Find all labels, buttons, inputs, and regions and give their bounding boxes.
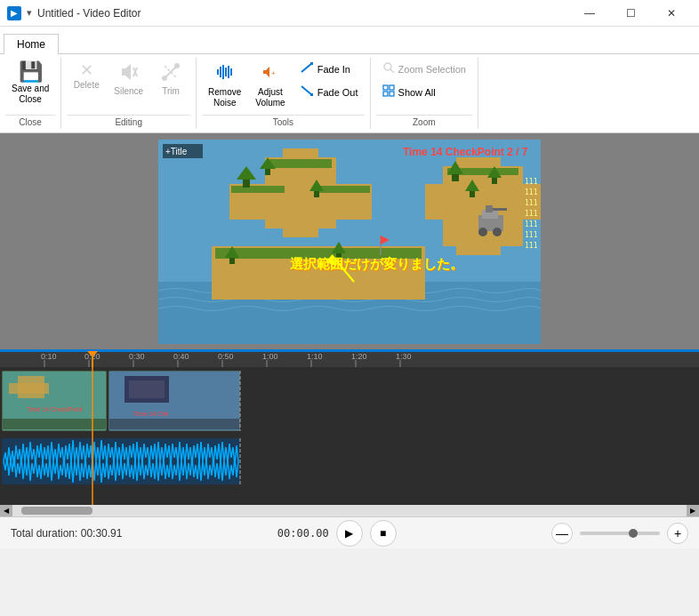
volume-minus-button[interactable]: — bbox=[551, 523, 573, 544]
tab-home[interactable]: Home bbox=[4, 34, 59, 54]
zoom-selection-icon bbox=[382, 61, 395, 76]
playback-controls: 00:00.00 ▶ ■ bbox=[277, 520, 397, 547]
save-close-label: Save andClose bbox=[12, 84, 49, 105]
close-group-label: Close bbox=[5, 115, 55, 129]
trim-label: Trim bbox=[162, 86, 180, 97]
svg-rect-0 bbox=[122, 68, 125, 76]
scroll-right-button[interactable]: ▶ bbox=[687, 505, 699, 516]
svg-rect-10 bbox=[222, 65, 224, 79]
show-all-icon bbox=[382, 84, 395, 100]
svg-text:1:20: 1:20 bbox=[351, 352, 367, 361]
app-icon: ▶ bbox=[7, 6, 21, 20]
scroll-thumb[interactable] bbox=[21, 507, 92, 515]
delete-icon: ✕ bbox=[80, 62, 93, 78]
fade-in-label: Fade In bbox=[317, 64, 350, 75]
show-all-label: Show All bbox=[398, 87, 436, 98]
svg-marker-15 bbox=[266, 67, 269, 77]
maximize-button[interactable]: ☐ bbox=[610, 0, 651, 27]
volume-plus-button[interactable]: + bbox=[667, 523, 688, 544]
volume-thumb[interactable] bbox=[629, 529, 638, 538]
zoom-selection-button[interactable]: Zoom Selection bbox=[376, 58, 472, 80]
zoom-selection-label: Zoom Selection bbox=[398, 64, 466, 75]
tools-group-label: Tools bbox=[202, 115, 364, 129]
ribbon: Home 💾 Save andClose Close ✕ Delete bbox=[0, 27, 699, 133]
adjust-volume-label: AdjustVolume bbox=[255, 87, 285, 108]
svg-rect-32 bbox=[318, 186, 370, 193]
video-preview: 111 111 111 111 111 111 111 選択範囲だけが変りました… bbox=[158, 140, 541, 344]
svg-point-7 bbox=[174, 63, 180, 68]
svg-rect-31 bbox=[231, 186, 285, 193]
trim-icon bbox=[161, 62, 181, 84]
show-all-button[interactable]: Show All bbox=[376, 81, 472, 103]
svg-rect-111 bbox=[109, 419, 239, 429]
window-controls: — ☐ ✕ bbox=[569, 0, 692, 27]
ruler-svg: 0:10 0:20 0:30 0:40 0:50 1:00 1:10 1:20 … bbox=[0, 351, 699, 367]
fade-out-button[interactable]: Fade Out bbox=[293, 81, 365, 103]
svg-text:0:30: 0:30 bbox=[129, 352, 145, 361]
editing-group-label: Editing bbox=[67, 115, 190, 129]
volume-slider[interactable] bbox=[580, 532, 660, 535]
title-bar: ▶ ▾ Untitled - Video Editor — ☐ ✕ bbox=[0, 0, 699, 27]
volume-control: — + bbox=[551, 523, 688, 544]
svg-text:0:50: 0:50 bbox=[218, 352, 234, 361]
delete-button[interactable]: ✕ Delete bbox=[67, 58, 106, 95]
adjust-volume-icon: + bbox=[261, 62, 280, 85]
trim-button[interactable]: Trim bbox=[151, 58, 190, 101]
ribbon-content: 💾 Save andClose Close ✕ Delete Silence bbox=[0, 53, 699, 132]
svg-text:0:10: 0:10 bbox=[41, 352, 57, 361]
stop-icon: ■ bbox=[380, 527, 386, 540]
svg-rect-11 bbox=[225, 68, 227, 76]
svg-text:1:00: 1:00 bbox=[262, 352, 278, 361]
svg-rect-23 bbox=[383, 92, 388, 96]
svg-rect-58 bbox=[493, 208, 507, 211]
svg-rect-104 bbox=[3, 419, 106, 429]
fade-out-label: Fade Out bbox=[317, 87, 358, 98]
svg-point-6 bbox=[162, 76, 167, 81]
svg-text:+: + bbox=[271, 69, 276, 77]
ribbon-group-editing: ✕ Delete Silence Trim Editing bbox=[61, 58, 197, 129]
zoom-group-label: Zoom bbox=[376, 115, 472, 129]
svg-rect-18 bbox=[310, 93, 313, 96]
timeline-tracks[interactable]: Time 14 CheckPoint Time 14 Chk // Genera… bbox=[0, 367, 699, 505]
svg-text:Time 14 CheckPoint 2 / 7: Time 14 CheckPoint 2 / 7 bbox=[403, 146, 528, 158]
fade-in-icon bbox=[300, 61, 314, 76]
video-frame: 111 111 111 111 111 111 111 選択範囲だけが変りました… bbox=[158, 140, 541, 344]
svg-text:1:10: 1:10 bbox=[307, 352, 323, 361]
stop-button[interactable]: ■ bbox=[370, 520, 397, 547]
svg-text:111: 111 bbox=[525, 199, 538, 207]
fade-in-button[interactable]: Fade In bbox=[293, 58, 365, 80]
svg-rect-17 bbox=[310, 62, 313, 65]
svg-text:0:40: 0:40 bbox=[173, 352, 189, 361]
play-button[interactable]: ▶ bbox=[336, 520, 363, 547]
svg-text:111: 111 bbox=[525, 220, 538, 228]
svg-rect-57 bbox=[486, 205, 493, 212]
delete-label: Delete bbox=[74, 80, 100, 91]
save-close-icon: 💾 bbox=[19, 62, 43, 82]
minimize-button[interactable]: — bbox=[569, 0, 610, 27]
volume-minus-icon: — bbox=[556, 526, 568, 540]
play-icon: ▶ bbox=[345, 527, 353, 540]
current-time: 00:00.00 bbox=[277, 527, 329, 540]
svg-point-60 bbox=[493, 228, 502, 236]
silence-button[interactable]: Silence bbox=[108, 58, 149, 101]
adjust-volume-button[interactable]: + AdjustVolume bbox=[249, 58, 291, 113]
svg-text:111: 111 bbox=[525, 188, 538, 196]
svg-line-20 bbox=[390, 69, 394, 73]
svg-rect-21 bbox=[383, 85, 388, 90]
video-area: 111 111 111 111 111 111 111 選択範囲だけが変りました… bbox=[0, 133, 699, 349]
svg-text:Time 14 CheckPoint: Time 14 CheckPoint bbox=[27, 406, 83, 412]
close-button[interactable]: ✕ bbox=[651, 0, 692, 27]
svg-rect-76 bbox=[0, 351, 699, 367]
horizontal-scrollbar[interactable]: ◀ ▶ bbox=[0, 505, 699, 516]
svg-rect-8 bbox=[217, 69, 219, 75]
svg-rect-109 bbox=[129, 380, 165, 398]
scroll-left-button[interactable]: ◀ bbox=[0, 505, 12, 516]
tracks-svg: Time 14 CheckPoint Time 14 Chk // Genera… bbox=[0, 367, 699, 505]
volume-plus-icon: + bbox=[674, 526, 681, 540]
save-close-button[interactable]: 💾 Save andClose bbox=[5, 58, 55, 109]
silence-icon bbox=[119, 62, 139, 84]
remove-noise-icon bbox=[215, 62, 235, 85]
remove-noise-button[interactable]: RemoveNoise bbox=[202, 58, 247, 113]
svg-rect-30 bbox=[269, 159, 332, 168]
ribbon-group-zoom: Zoom Selection Show All Zoom bbox=[371, 58, 478, 129]
